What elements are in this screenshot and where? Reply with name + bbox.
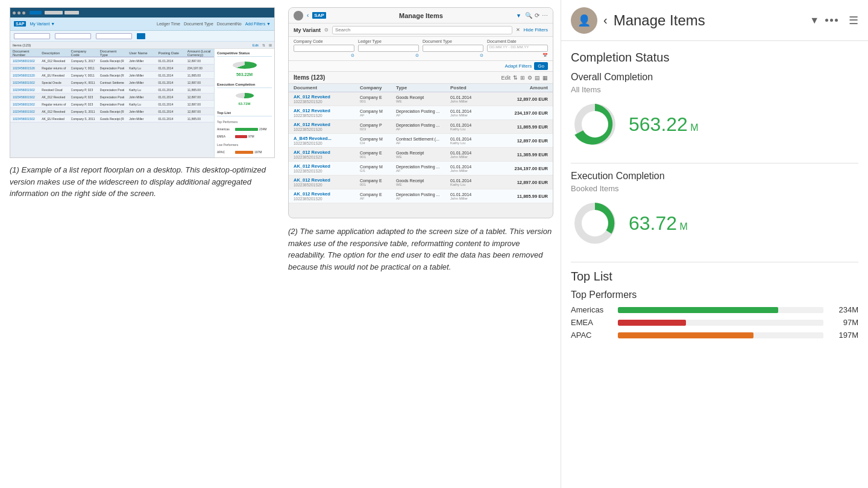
tablet-back-button[interactable]: ‹ — [307, 12, 309, 19]
bar-track — [618, 320, 823, 326]
col-posted: Posted — [450, 85, 492, 90]
filter-icon[interactable]: ⊞ — [520, 75, 525, 81]
overall-completion-block: 563.22 M — [571, 100, 858, 148]
more-icon[interactable]: ⋯ — [542, 12, 548, 19]
execution-unit: M — [680, 221, 688, 232]
ledger-type-value-icon: ⊙ — [415, 53, 419, 58]
table-row[interactable]: AK_012 Revoked 1022385201S20 Company M G… — [289, 162, 553, 176]
back-button[interactable]: ‹ — [603, 13, 608, 27]
left-panel: SAP My Variant ▼ Ledger Time Document Ty… — [0, 0, 283, 207]
bar-fill — [618, 307, 778, 313]
bar-row: Americas 234M — [571, 305, 858, 314]
menu-button[interactable]: ☰ — [849, 14, 858, 27]
table-row[interactable]: AK_012 Revoked 1022385201S20 Company E 0… — [289, 176, 553, 189]
bar-track — [618, 332, 823, 338]
top-list-title: Top List — [571, 270, 858, 284]
title-chevron[interactable]: ▼ — [516, 13, 521, 19]
go-button[interactable]: Go — [534, 62, 548, 70]
right-body: Completion Status Overall Completion All… — [561, 41, 868, 488]
document-type-value-icon: ⊙ — [480, 53, 483, 58]
grid-icon[interactable]: ▤ — [535, 75, 540, 81]
right-header: 👤 ‹ Manage Items ▼ ☰ — [561, 0, 868, 41]
user-avatar: 👤 — [571, 7, 597, 34]
items-count: Items (123) — [294, 74, 497, 81]
bar-track — [618, 307, 823, 313]
execution-completion-title: Execution Completion — [571, 171, 858, 182]
table-row[interactable]: AK_012 Revoked 1022385201S20 Company E 0… — [289, 92, 553, 106]
tablet-screenshot: ‹ SAP Manage Items ▼ 🔍 ⟳ ⋯ My Variant ⊙ … — [288, 7, 553, 218]
overall-pie-chart — [571, 100, 619, 148]
top-performers-title: Top Performers — [571, 290, 858, 300]
variant-label: My Variant — [294, 27, 321, 33]
bar-label: Americas — [571, 305, 613, 314]
middle-panel: ‹ SAP Manage Items ▼ 🔍 ⟳ ⋯ My Variant ⊙ … — [283, 0, 561, 280]
middle-caption: (2) The same application adapted to the … — [288, 226, 553, 273]
sync-icon[interactable]: ⟳ — [535, 12, 539, 19]
overall-completion-title: Overall Completion — [571, 72, 858, 83]
sap-logo: SAP — [312, 12, 326, 19]
bar-fill — [618, 332, 753, 338]
document-date-label: Document Date — [487, 39, 548, 43]
svg-point-1 — [582, 111, 608, 138]
ledger-type-label: Ledger Type — [358, 39, 419, 43]
booked-items-label: Booked Items — [571, 184, 858, 193]
search-icon[interactable]: 🔍 — [525, 12, 532, 19]
col-type: Type — [396, 85, 450, 90]
tablet-avatar — [294, 11, 303, 21]
desktop-screenshot: SAP My Variant ▼ Ledger Time Document Ty… — [10, 7, 275, 158]
search-input[interactable] — [332, 26, 512, 34]
col-amount: Amount — [492, 85, 548, 90]
variant-icon: ⊙ — [324, 27, 329, 33]
ledger-type-input[interactable] — [358, 45, 419, 52]
tablet-title: Manage Items — [330, 12, 512, 19]
bar-row: APAC 197M — [571, 331, 858, 340]
more-options-button[interactable] — [825, 19, 838, 22]
execution-amount: 63.72 — [629, 212, 677, 234]
search-clear-icon[interactable]: ✕ — [516, 27, 520, 33]
bar-value: 97M — [828, 318, 858, 327]
bar-label: EMEA — [571, 318, 613, 327]
sort-icon[interactable]: ⇅ — [513, 75, 518, 81]
table-row[interactable]: AK_012 Revoked 1022385201S20 Company M A… — [289, 106, 553, 120]
execution-pie-chart — [571, 199, 619, 247]
settings-icon[interactable]: ⚙ — [527, 75, 532, 81]
right-panel: 👤 ‹ Manage Items ▼ ☰ Completion Status O… — [561, 0, 868, 488]
title-chevron-icon[interactable]: ▼ — [810, 15, 819, 26]
completion-status-title: Completion Status — [571, 51, 858, 65]
bar-row: EMEA 97M — [571, 318, 858, 327]
page-title: Manage Items — [614, 12, 804, 29]
adapt-filters-btn[interactable]: Adapt Filters — [505, 63, 532, 69]
overall-amount: 563.22 — [629, 113, 688, 135]
chart-icon[interactable]: ▦ — [542, 75, 548, 81]
company-code-label: Company Code — [294, 39, 354, 43]
table-row[interactable]: A_B45 Revoked... 1022385201S20 Company M… — [289, 134, 553, 148]
document-date-calendar-icon: 📅 — [542, 53, 548, 58]
all-items-label: All Items — [571, 85, 858, 94]
company-code-input[interactable] — [294, 45, 354, 52]
bar-fill — [618, 320, 686, 326]
bar-value: 234M — [828, 305, 858, 314]
bar-value: 197M — [828, 331, 858, 340]
table-row[interactable]: AK_012 Revoked 1022385201S20 Company E A… — [289, 189, 553, 203]
edit-icon[interactable]: Edit — [501, 75, 511, 81]
left-caption: (1) Example of a list report floorplan o… — [10, 164, 274, 200]
document-type-label: Document Type — [423, 39, 483, 43]
bar-label: APAC — [571, 331, 613, 340]
col-document: Document — [294, 85, 360, 90]
table-row[interactable]: AK_012 Revoked 1022385201S20 Company P 0… — [289, 120, 553, 134]
col-company: Company — [360, 85, 396, 90]
hide-filters-btn[interactable]: Hide Filters — [524, 27, 548, 33]
overall-unit: M — [690, 122, 698, 133]
document-date-input[interactable]: DD.MM.YY - DD.MM.YY — [487, 45, 548, 52]
company-code-value-icon: ⊙ — [351, 53, 354, 58]
document-type-input[interactable] — [423, 45, 483, 52]
svg-point-3 — [582, 210, 608, 236]
execution-completion-block: 63.72 M — [571, 199, 858, 247]
table-row[interactable]: AK_012 Revoked 1022385201S23 Company E 0… — [289, 148, 553, 162]
